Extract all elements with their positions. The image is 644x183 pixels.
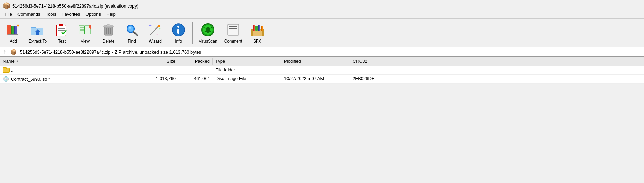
svg-line-34 [133,32,137,35]
address-icon: 📦 [10,49,17,55]
wizard-button[interactable]: ✦ ✦ ✦ Wizard [144,20,166,45]
svg-rect-67 [261,26,262,31]
add-icon: + [5,22,22,38]
menu-tools[interactable]: Tools [44,11,58,18]
file-modified-cell [281,66,350,74]
menu-help[interactable]: Help [104,11,118,18]
col-header-size[interactable]: Size [137,58,178,65]
find-button[interactable]: Find [120,20,143,45]
svg-rect-6 [8,34,18,35]
file-type-cell: File folder [213,66,281,74]
menu-file[interactable]: File [3,11,14,18]
table-row[interactable]: 💿 Contract_6990.iso * 1,013,760 461,061 … [0,75,644,84]
table-row[interactable]: .. File folder [0,66,644,75]
extract-button[interactable]: Extract To [25,20,50,45]
menu-commands[interactable]: Commands [15,11,42,18]
comment-label: Comment [224,39,242,44]
file-extra-cell [401,66,644,74]
file-size-cell: 1,013,760 [137,75,178,83]
test-label: Test [58,39,66,44]
info-button[interactable]: Info [167,20,190,45]
find-label: Find [128,39,136,44]
menu-options[interactable]: Options [83,11,103,18]
sfx-button[interactable]: SFX [246,20,269,45]
svg-rect-12 [56,25,66,36]
svg-rect-61 [253,25,254,31]
file-crc-cell: 2FB026DF [350,75,401,83]
col-header-modified[interactable]: Modified [281,58,350,65]
address-bar: ↑ 📦 514256d3-5e71-4218-b550-ae8f22897a4c… [0,47,644,57]
svg-rect-3 [11,26,12,35]
svg-text:+: + [17,23,19,28]
sort-arrow-name: ∧ [16,59,19,63]
file-list-header: Name ∧ Size Packed Type Modified CRC32 [0,57,644,66]
col-header-packed[interactable]: Packed [178,58,213,65]
info-label: Info [175,39,182,44]
col-header-extra [401,58,644,65]
comment-icon [225,22,242,38]
col-header-type[interactable]: Type [213,58,281,65]
svg-rect-18 [79,26,85,34]
add-label: Add [10,39,17,44]
col-header-crc32[interactable]: CRC32 [350,58,401,65]
svg-point-32 [128,26,133,32]
extract-label: Extract To [28,39,47,44]
toolbar-separator [192,22,193,44]
svg-rect-1 [8,25,8,35]
add-button[interactable]: + Add [2,20,25,45]
file-crc-cell [350,66,401,74]
wizard-label: Wizard [149,39,161,44]
menu-bar: File Commands Tools Favorites Options He… [0,10,644,18]
window-title: 514256d3-5e71-4218-b550-ae8f22897a4c.zip… [12,3,138,9]
info-icon [170,22,187,38]
svg-rect-14 [59,24,63,26]
sfx-icon [249,22,266,38]
extract-icon [30,22,46,38]
app-icon: 📦 [3,2,10,10]
view-label: View [81,39,90,44]
virusscan-button[interactable]: VirusScan [196,20,220,45]
svg-rect-30 [107,25,110,26]
comment-button[interactable]: Comment [221,20,245,45]
test-icon [54,22,70,38]
test-button[interactable]: Test [50,20,73,45]
file-size-cell [137,66,178,74]
svg-point-33 [129,27,131,29]
svg-text:✦: ✦ [156,32,159,36]
delete-label: Delete [103,39,115,44]
file-extra-cell [401,75,644,83]
svg-rect-42 [177,29,179,34]
svg-point-45 [206,27,210,33]
file-name-cell: .. [0,66,137,74]
file-packed-cell: 461,061 [178,75,213,83]
svg-text:✦: ✦ [148,23,152,28]
col-header-name[interactable]: Name ∧ [0,58,137,65]
menu-favorites[interactable]: Favorites [60,11,82,18]
file-modified-cell: 10/27/2022 5:07 AM [281,75,350,83]
svg-text:✦: ✦ [159,27,161,31]
virusscan-label: VirusScan [199,39,217,44]
find-icon [124,22,140,38]
wizard-icon: ✦ ✦ ✦ [147,22,163,38]
disc-icon: 💿 [3,76,9,82]
svg-rect-5 [14,26,15,35]
svg-rect-58 [251,29,253,36]
file-type-cell: Disc Image File [213,75,281,83]
folder-icon [3,67,9,73]
delete-icon [100,22,117,38]
file-rows: .. File folder 💿 Contract_6990.i [0,66,644,84]
address-text: 514256d3-5e71-4218-b550-ae8f22897a4c.zip… [20,49,201,55]
view-button[interactable]: View [74,20,96,45]
file-list-area: Name ∧ Size Packed Type Modified CRC32 .… [0,57,644,84]
view-icon [77,22,93,38]
svg-point-41 [177,26,179,28]
delete-button[interactable]: Delete [97,20,120,45]
nav-up-button[interactable]: ↑ [2,48,8,55]
svg-rect-52 [228,24,239,35]
svg-rect-63 [256,26,256,31]
file-packed-cell [178,66,213,74]
sfx-label: SFX [253,39,261,44]
toolbar: + Add Extract To [0,18,644,47]
svg-rect-65 [258,25,259,31]
title-bar: 📦 514256d3-5e71-4218-b550-ae8f22897a4c.z… [0,0,644,10]
